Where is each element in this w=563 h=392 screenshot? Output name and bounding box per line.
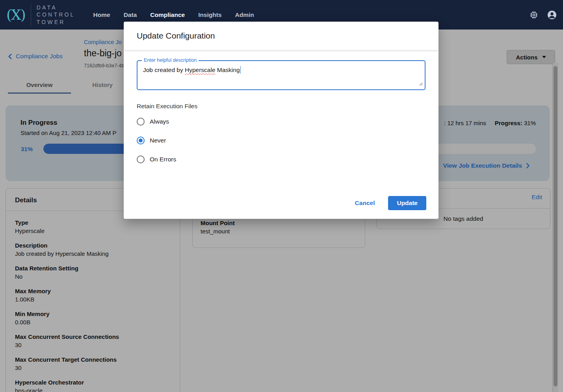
- description-textarea[interactable]: Enter helpful description Job created by…: [137, 60, 426, 90]
- radio-option-never[interactable]: Never: [137, 131, 426, 150]
- radio-option-on-errors[interactable]: On Errors: [137, 150, 426, 169]
- account-avatar-icon[interactable]: [547, 10, 557, 20]
- nav-item-home[interactable]: Home: [93, 9, 110, 21]
- nav-item-compliance[interactable]: Compliance: [150, 9, 185, 21]
- logo-line-2: CONTROL: [37, 11, 75, 18]
- resize-handle-icon[interactable]: [418, 80, 423, 87]
- main-nav: Home Data Compliance Insights Admin: [93, 9, 254, 21]
- misspelled-word: Hyperscale: [185, 67, 216, 73]
- description-field-value: Job created by Hyperscale Masking: [137, 61, 425, 79]
- radio-button-icon: [137, 137, 145, 144]
- text-cursor: [240, 66, 241, 74]
- radio-button-icon: [137, 155, 145, 163]
- logo-x-icon: (X): [0, 7, 31, 23]
- logo-line-3: TOWER: [37, 18, 75, 26]
- app-logo[interactable]: (X) DATA CONTROL TOWER: [0, 0, 75, 30]
- cancel-button[interactable]: Cancel: [351, 196, 379, 210]
- dialog-title: Update Configuration: [137, 31, 215, 41]
- logo-wordmark: DATA CONTROL TOWER: [37, 4, 75, 26]
- nav-item-insights[interactable]: Insights: [198, 9, 221, 21]
- radio-option-always[interactable]: Always: [137, 112, 426, 131]
- logo-divider: [31, 5, 31, 25]
- dialog-header: Update Configuration: [124, 22, 439, 50]
- logo-line-1: DATA: [37, 4, 75, 11]
- retain-execution-files-label: Retain Execution Files: [137, 102, 426, 110]
- settings-chip-icon[interactable]: [530, 11, 538, 19]
- description-field-label: Enter helpful description: [142, 57, 199, 63]
- retain-execution-files-group: Always Never On Errors: [137, 112, 426, 169]
- update-button[interactable]: Update: [388, 196, 426, 210]
- nav-item-data[interactable]: Data: [124, 9, 137, 21]
- update-configuration-dialog: Update Configuration Enter helpful descr…: [124, 22, 439, 219]
- nav-item-admin[interactable]: Admin: [235, 9, 254, 21]
- radio-button-icon: [137, 118, 145, 126]
